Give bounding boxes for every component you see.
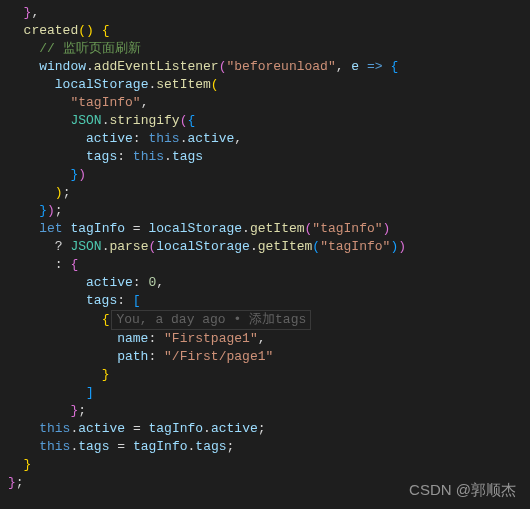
code-line: {You, a day ago • 添加tags (0, 310, 530, 330)
code-line: path: "/First/page1" (0, 348, 530, 366)
code-line: // 监听页面刷新 (0, 40, 530, 58)
code-line: tags: [ (0, 292, 530, 310)
code-line: localStorage.setItem( (0, 76, 530, 94)
code-line: }; (0, 402, 530, 420)
code-line: } (0, 366, 530, 384)
code-line: }); (0, 202, 530, 220)
code-line: ? JSON.parse(localStorage.getItem("tagIn… (0, 238, 530, 256)
code-line: : { (0, 256, 530, 274)
code-line: this.tags = tagInfo.tags; (0, 438, 530, 456)
code-line: }, (0, 4, 530, 22)
code-line: name: "Firstpage1", (0, 330, 530, 348)
code-line: tags: this.tags (0, 148, 530, 166)
code-editor[interactable]: }, created() { // 监听页面刷新 window.addEvent… (0, 4, 530, 492)
code-line: this.active = tagInfo.active; (0, 420, 530, 438)
code-line: ] (0, 384, 530, 402)
code-line: active: this.active, (0, 130, 530, 148)
code-line: window.addEventListener("beforeunload", … (0, 58, 530, 76)
code-line: } (0, 456, 530, 474)
code-line: "tagInfo", (0, 94, 530, 112)
code-line: let tagInfo = localStorage.getItem("tagI… (0, 220, 530, 238)
code-line: JSON.stringify({ (0, 112, 530, 130)
code-line: active: 0, (0, 274, 530, 292)
code-line: ); (0, 184, 530, 202)
code-line: }) (0, 166, 530, 184)
watermark-text: CSDN @郭顺杰 (409, 481, 516, 499)
code-line: created() { (0, 22, 530, 40)
git-blame-lens[interactable]: You, a day ago • 添加tags (111, 310, 311, 330)
